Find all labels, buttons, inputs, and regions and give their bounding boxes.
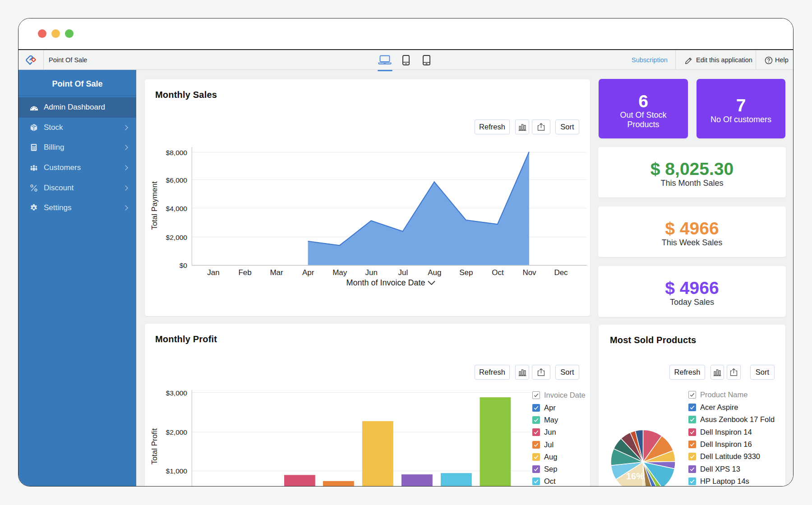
svg-text:Total Profit: Total Profit [150, 428, 159, 465]
svg-text:$8,000: $8,000 [166, 149, 188, 156]
svg-text:$0: $0 [180, 262, 188, 269]
svg-text:Dec: Dec [554, 268, 568, 277]
svg-text:Jan: Jan [207, 268, 219, 277]
svg-text:Total Payment: Total Payment [150, 181, 159, 230]
svg-text:Month of Invoice Date: Month of Invoice Date [346, 278, 425, 287]
svg-text:Feb: Feb [238, 268, 251, 277]
svg-text:Nov: Nov [522, 268, 536, 277]
svg-text:$6,000: $6,000 [166, 176, 188, 184]
svg-text:Oct: Oct [492, 268, 504, 277]
svg-text:Jul: Jul [398, 268, 408, 277]
svg-text:$1,000: $1,000 [166, 467, 188, 475]
svg-text:$3,000: $3,000 [166, 389, 188, 397]
svg-text:May: May [332, 268, 347, 277]
svg-text:$2,000: $2,000 [166, 234, 188, 241]
svg-text:Sep: Sep [459, 268, 473, 277]
svg-text:$4,000: $4,000 [166, 205, 188, 212]
svg-text:16%: 16% [626, 471, 644, 481]
svg-text:Apr: Apr [302, 268, 314, 277]
svg-text:Aug: Aug [428, 268, 441, 277]
svg-text:Jun: Jun [365, 268, 377, 277]
svg-text:Mar: Mar [270, 268, 283, 277]
svg-text:$2,000: $2,000 [166, 428, 188, 436]
